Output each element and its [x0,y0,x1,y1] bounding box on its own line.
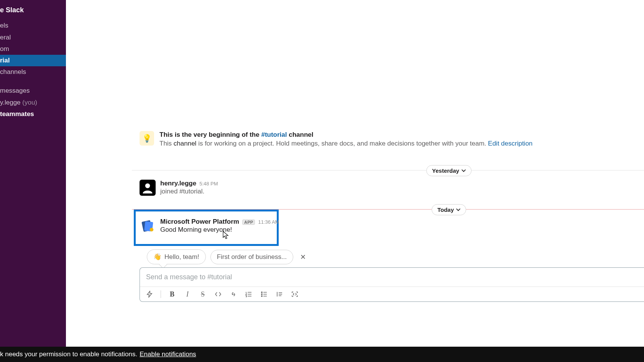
intro-desc-a: This [159,140,174,147]
avatar-power-platform[interactable] [140,218,156,234]
avatar-henry[interactable] [140,180,156,196]
message-join: henry.legge 5:48 PM joined #tutorial. [140,180,218,196]
sidebar-section-dm[interactable]: messages [0,85,66,97]
composer-toolbar: B I S [140,287,644,301]
suggestion-business[interactable]: First order of business... [210,250,293,264]
message-app-author[interactable]: Microsoft Power Platform [160,218,239,226]
bold-button[interactable]: B [168,290,176,298]
intro-heading: This is the very beginning of the #tutor… [159,131,532,139]
svg-point-6 [261,296,263,297]
suggestion-row: 👋 Hello, team! First order of business..… [147,249,308,264]
link-button[interactable] [229,290,238,298]
app-badge: APP [242,219,255,225]
sidebar-channel-general[interactable]: eral [0,32,66,43]
lightning-icon[interactable] [145,290,154,298]
date-pill-yesterday[interactable]: Yesterday [426,165,472,176]
enable-notifications-link[interactable]: Enable notifications [140,351,196,358]
sidebar-section-channels[interactable]: els [0,20,66,32]
sidebar-channel-tutorial[interactable]: rial [0,55,66,66]
sidebar-dm-self[interactable]: y.legge (you) [0,97,66,108]
svg-point-3 [150,228,154,232]
suggestion-hello-label: Hello, team! [164,253,199,261]
intro-channel-link[interactable]: #tutorial [261,131,287,138]
chevron-down-icon [462,169,466,173]
sidebar-invite-teammates[interactable]: teammates [0,108,66,120]
banner-text: k needs your permission to enable notifi… [0,351,137,358]
suggestion-hello[interactable]: 👋 Hello, team! [147,249,206,264]
intro-description: This channel is for working on a project… [159,140,532,147]
ordered-list-button[interactable] [245,290,253,298]
message-join-body: henry.legge 5:48 PM joined #tutorial. [160,180,218,196]
message-input[interactable]: Send a message to #tutorial [140,268,644,287]
intro-desc-strong: channel [174,140,197,147]
sidebar-add-channels[interactable]: channels [0,66,66,78]
workspace-name[interactable]: e Slack [0,4,66,20]
edit-description-link[interactable]: Edit description [488,140,532,147]
code-button[interactable] [214,290,222,298]
close-suggestions-button[interactable]: ✕ [298,251,308,263]
sidebar-channel-random[interactable]: om [0,43,66,55]
intro-heading-b: channel [287,131,313,138]
svg-point-4 [261,292,263,293]
sidebar: e Slack els eral om rial channels messag… [0,0,66,362]
date-pill-today[interactable]: Today [432,204,466,215]
intro-heading-a: This is the very beginning of the [159,131,261,138]
date-pill-yesterday-label: Yesterday [432,167,459,174]
message-app-time: 11:36 AM [258,219,279,225]
lightbulb-icon: 💡 [140,131,154,146]
power-platform-icon [140,219,155,233]
bullet-list-button[interactable] [260,290,268,298]
person-icon [142,182,153,193]
message-app-text: Good Morning everyone! [160,226,279,234]
channel-intro-text: This is the very beginning of the #tutor… [159,131,532,147]
blockquote-button[interactable] [275,290,284,298]
cursor-icon [223,231,229,239]
notification-banner: k needs your permission to enable notifi… [0,347,644,362]
divider-yesterday [132,170,644,170]
code-block-button[interactable] [291,290,299,298]
message-text: joined #tutorial. [160,188,218,195]
chevron-down-icon [456,208,460,212]
message-composer: Send a message to #tutorial B I S [140,267,644,302]
italic-button[interactable]: I [183,290,192,298]
toolbar-separator [161,290,161,298]
wave-icon: 👋 [153,253,161,261]
channel-intro: 💡 This is the very beginning of the #tut… [140,131,532,147]
svg-point-5 [261,294,263,295]
message-author[interactable]: henry.legge [160,180,196,187]
sidebar-dm-you-text: (you) [22,99,37,106]
divider-line [132,170,644,170]
date-pill-today-label: Today [437,206,454,213]
suggestion-business-label: First order of business... [217,253,287,261]
message-app[interactable]: Microsoft Power Platform APP 11:36 AM Go… [140,218,279,234]
message-time: 5:48 PM [199,181,218,187]
sidebar-dm-username: y.legge [0,99,21,106]
message-app-body: Microsoft Power Platform APP 11:36 AM Go… [160,218,279,234]
svg-point-0 [145,183,150,188]
app-root: e Slack els eral om rial channels messag… [0,0,644,362]
main-area: 💡 This is the very beginning of the #tut… [66,0,644,362]
strikethrough-button[interactable]: S [199,290,207,298]
intro-desc-b: is for working on a project. Hold meetin… [196,140,488,147]
